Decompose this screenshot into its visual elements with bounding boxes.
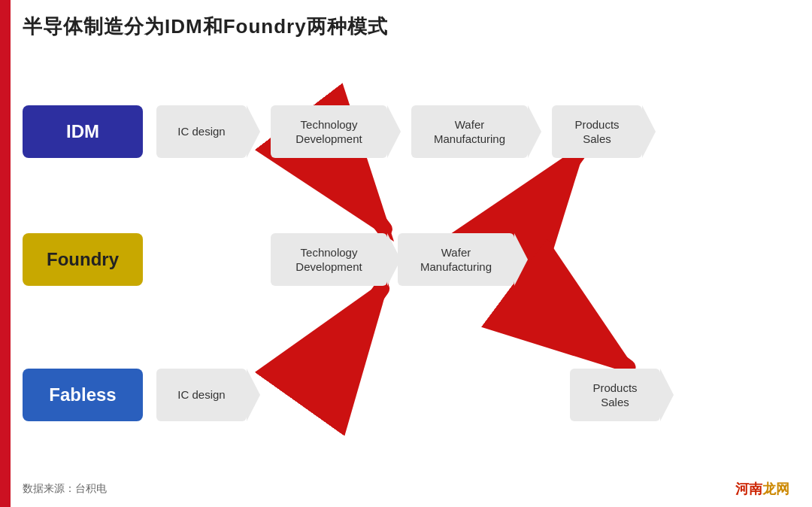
idm-step-tech-dev: TechnologyDevelopment <box>271 105 387 158</box>
diagram-area: IDM IC design TechnologyDevelopment Wafe… <box>23 75 789 462</box>
foundry-step-wafer-mfg: WaferManufacturing <box>398 233 514 286</box>
title-bar: 半导体制造分为IDM和Foundry两种模式 <box>23 14 789 40</box>
brand-logo: 河南龙网 <box>735 480 789 498</box>
left-accent-bar <box>0 0 11 507</box>
idm-step-wafer-mfg-label: WaferManufacturing <box>434 117 505 147</box>
fabless-step-products-sales: ProductsSales <box>570 369 660 421</box>
brand-char-4: 网 <box>776 481 789 496</box>
idm-step-products-sales: ProductsSales <box>552 105 642 158</box>
foundry-step-tech-dev-label: TechnologyDevelopment <box>295 245 362 275</box>
fabless-step-products-sales-label: ProductsSales <box>592 381 637 410</box>
data-source: 数据来源：台积电 <box>23 482 107 496</box>
fabless-row: Fabless IC design ProductsSales <box>23 369 789 421</box>
idm-row: IDM IC design TechnologyDevelopment Wafe… <box>23 105 789 158</box>
foundry-step-wafer-mfg-label: WaferManufacturing <box>420 245 492 275</box>
idm-step-ic-design-label: IC design <box>177 124 225 139</box>
idm-step-products-sales-label: ProductsSales <box>574 117 619 147</box>
foundry-label: Foundry <box>47 249 119 270</box>
fabless-step-ic-design: IC design <box>156 369 247 421</box>
brand-char-3: 龙 <box>762 481 776 496</box>
foundry-row: Foundry TechnologyDevelopment WaferManuf… <box>23 233 789 286</box>
idm-label: IDM <box>66 121 99 142</box>
brand-char-2: 南 <box>749 481 762 496</box>
fabless-step-ic-design-label: IC design <box>177 387 225 402</box>
brand-char-1: 河 <box>735 481 749 496</box>
footer: 数据来源：台积电 河南龙网 <box>23 480 789 498</box>
foundry-step-tech-dev: TechnologyDevelopment <box>271 233 387 286</box>
idm-step-wafer-mfg: WaferManufacturing <box>411 105 528 158</box>
page-title: 半导体制造分为IDM和Foundry两种模式 <box>23 14 388 40</box>
red-arrow-foundry-to-idm-wafer <box>522 154 577 229</box>
idm-step-tech-dev-label: TechnologyDevelopment <box>295 117 362 147</box>
foundry-label-box: Foundry <box>23 233 143 286</box>
idm-label-box: IDM <box>23 105 143 158</box>
idm-step-ic-design: IC design <box>156 105 247 158</box>
fabless-label: Fabless <box>49 384 116 405</box>
red-arrow-fabless-to-foundry <box>327 289 381 366</box>
fabless-label-box: Fabless <box>23 369 143 421</box>
red-arrow-foundry-to-fabless-sales <box>522 289 628 368</box>
red-arrow-idm-to-foundry-tech <box>327 154 384 229</box>
